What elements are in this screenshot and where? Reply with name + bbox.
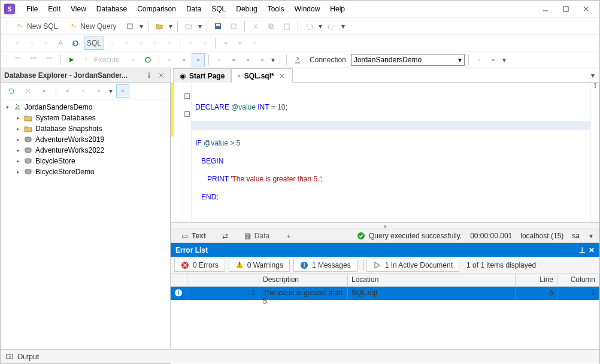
exec-tool-g-dd[interactable]: ▾ [270,56,276,64]
tool-d[interactable]: A [54,37,67,50]
tree-item[interactable]: ▸AdventureWorks2022 [1,145,170,156]
error-row[interactable]: i 1 The value is greater than 5. SQL.sql… [171,287,599,300]
menu-comparison[interactable]: Comparison [133,3,180,15]
execute-button[interactable]: ! Execute [80,53,125,66]
tree-item[interactable]: ▸Database Snapshots [1,123,170,134]
db-tool-a[interactable] [11,53,25,66]
reopen-button[interactable] [181,20,196,33]
expand-icon[interactable]: ▾ [4,104,10,110]
db-tool-c[interactable] [42,53,56,66]
paste-button[interactable] [280,20,294,33]
tool-f[interactable]: ▫ [120,37,133,50]
tool-k[interactable]: ▫ [198,37,211,50]
code-editor[interactable]: DECLARE @value INT = 10; IF @value > 5 B… [192,83,590,222]
tab-close-icon[interactable]: ✕ [278,72,286,80]
pin-icon[interactable] [144,70,154,81]
tabs-menu-dd[interactable]: ▾ [590,71,596,80]
tool-g[interactable]: ▫ [134,37,147,50]
copy-button[interactable] [264,20,278,33]
conn-tool-b-dd[interactable]: ▾ [501,56,507,64]
expand-icon[interactable]: ▸ [15,158,21,164]
menu-window[interactable]: Window [290,3,325,15]
tab-sql[interactable]: ▫ SQL.sql* ✕ [231,68,292,83]
stop-button[interactable]: ▫ [126,53,140,66]
expand-icon[interactable]: ▸ [15,136,21,142]
dbx-tool-b-dd[interactable]: ▾ [108,87,114,95]
output-icon[interactable] [5,353,14,361]
filter-active-doc[interactable]: 1 In Active Document [366,259,459,272]
panel-close-icon[interactable] [156,70,166,81]
minimize-button[interactable] [536,2,555,16]
new-item-button[interactable] [123,20,137,33]
conn-tool-a[interactable]: ▫ [472,53,486,66]
tool-m[interactable]: ▫ [234,37,247,50]
fold-icon[interactable]: − [184,111,190,117]
output-label[interactable]: Output [17,353,39,361]
new-query-button[interactable]: New Query [64,20,122,33]
tool-c[interactable]: ▫ [40,37,53,50]
expand-icon[interactable]: ▸ [15,126,21,132]
refresh-exec-button[interactable] [141,53,155,66]
tool-h[interactable]: ▫ [149,37,162,50]
editor-splitter[interactable]: ▴ [171,223,599,229]
filter-errors[interactable]: 0 Errors [174,259,225,272]
close-button[interactable] [577,2,596,16]
db-tool-b[interactable] [26,53,41,66]
dbx-newwin-button[interactable]: ▫ [38,84,51,98]
tool-a[interactable]: ▫ [11,37,24,50]
menu-help[interactable]: Help [326,3,349,15]
dbx-conn-button[interactable]: ▫ [61,84,74,98]
exec-tool-f[interactable]: ▫ [241,53,254,66]
col-line[interactable]: Line [516,274,557,286]
tab-start-page[interactable]: ◉ Start Page [173,68,231,83]
scroll-indicator[interactable]: ⁞ [590,83,599,222]
tool-l[interactable]: ▫ [219,37,232,50]
run-button[interactable] [64,53,78,66]
result-menu-dd[interactable]: ▾ [588,232,594,240]
exec-tool-e[interactable]: ▫ [227,53,240,66]
tool-n[interactable]: ▫ [248,37,261,50]
tool-i[interactable]: ▫ [163,37,176,50]
filter-messages[interactable]: i 1 Messages [293,259,357,272]
exec-tool-d[interactable]: ▫ [213,53,226,66]
dbx-copy-button[interactable]: ▫ [116,84,129,98]
dbx-delete-button[interactable] [21,84,35,98]
tree-item[interactable]: ▸BicycleStore [1,156,170,166]
expand-icon[interactable]: ▸ [15,169,21,175]
redo-button[interactable] [325,20,339,33]
dbx-tool-b[interactable]: ▫ [92,84,105,98]
maximize-button[interactable] [556,2,575,16]
undo-dropdown[interactable]: ▾ [317,22,323,31]
tree-root[interactable]: ▾ JordanSandersDemo [1,102,170,113]
col-column[interactable]: Column [557,274,599,286]
error-list-close-icon[interactable]: ✕ [589,246,595,254]
result-text-tab[interactable]: ▭Text [176,229,211,242]
menu-database[interactable]: Database [92,3,131,15]
result-add-button[interactable]: ＋ [282,229,295,242]
col-location[interactable]: Location [348,274,516,286]
tree-item[interactable]: ▸BicycleStoreDemo [1,166,170,177]
new-item-dropdown[interactable]: ▾ [138,22,144,31]
menu-file[interactable]: File [22,3,42,15]
cut-button[interactable] [249,20,263,33]
dbx-refresh-button[interactable] [4,84,19,98]
tool-b[interactable]: ▫ [25,37,38,50]
exec-tool-g[interactable]: ▫ [256,53,269,66]
fold-icon[interactable]: − [184,93,190,99]
result-data-tab[interactable]: ▦Data [239,229,275,242]
dbx-tool-a[interactable]: ▫ [77,84,90,98]
sql-mode-button[interactable]: SQL [84,37,104,50]
connection-add-button[interactable] [290,53,305,66]
connection-select[interactable]: JordanSandersDemo ▾ [351,54,465,66]
col-description[interactable]: Description [259,274,348,286]
save-all-button[interactable] [226,20,241,33]
expand-icon[interactable]: ▸ [15,115,21,121]
tree-item[interactable]: ▸AdventureWorks2019 [1,134,170,145]
menu-view[interactable]: View [66,3,90,15]
filter-warnings[interactable]: ! 0 Warnings [229,259,290,272]
exec-tool-b[interactable]: ▫ [177,53,190,66]
tree-item[interactable]: ▸System Databases [1,113,170,123]
new-sql-button[interactable]: New SQL [11,20,63,33]
expand-icon[interactable]: ▸ [15,147,21,153]
exec-tool-c[interactable]: ▫ [192,53,205,66]
